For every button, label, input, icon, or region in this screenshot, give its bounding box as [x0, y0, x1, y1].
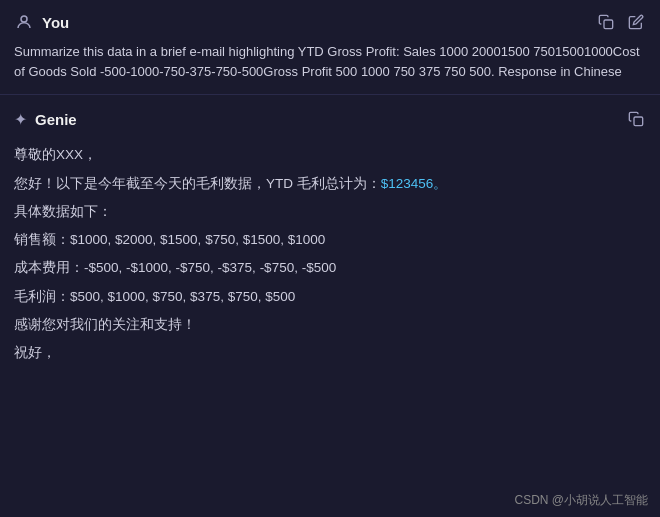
genie-title: Genie: [35, 111, 77, 128]
you-actions: [596, 12, 646, 32]
genie-cogs-line: 成本费用：-$500, -$1000, -$750, -$375, -$750,…: [14, 256, 646, 280]
genie-details-label: 具体数据如下：: [14, 200, 646, 224]
genie-greeting: 尊敬的XXX，: [14, 143, 646, 167]
genie-sales-line: 销售额：$1000, $2000, $1500, $750, $1500, $1…: [14, 228, 646, 252]
genie-header: ✦ Genie: [14, 109, 646, 129]
genie-intro-line: 您好！以下是今年截至今天的毛利数据，YTD 毛利总计为：$123456。: [14, 172, 646, 196]
genie-content: 尊敬的XXX， 您好！以下是今年截至今天的毛利数据，YTD 毛利总计为：$123…: [14, 143, 646, 365]
you-section: You Summarize this data in a brief e-m: [0, 0, 660, 95]
genie-title-left: ✦ Genie: [14, 110, 77, 129]
you-header-left: You: [14, 12, 69, 32]
genie-closing: 祝好，: [14, 341, 646, 365]
you-edit-button[interactable]: [626, 12, 646, 32]
genie-ytd-amount: $123456。: [381, 176, 448, 191]
watermark: CSDN @小胡说人工智能: [514, 492, 648, 509]
genie-sales-label: 销售额：: [14, 232, 70, 247]
genie-cogs-values: -$500, -$1000, -$750, -$375, -$750, -$50…: [84, 260, 336, 275]
user-icon: [14, 12, 34, 32]
you-copy-button[interactable]: [596, 12, 616, 32]
svg-rect-1: [604, 20, 613, 29]
genie-gp-values: $500, $1000, $750, $375, $750, $500: [70, 289, 295, 304]
you-header: You: [14, 12, 646, 32]
genie-section: ✦ Genie 尊敬的XXX， 您好！以下是今年截至今天的毛利数据，YTD 毛利…: [0, 95, 660, 517]
you-title: You: [42, 14, 69, 31]
svg-rect-2: [634, 117, 643, 126]
svg-point-0: [21, 16, 27, 22]
genie-intro-text: 您好！以下是今年截至今天的毛利数据，YTD 毛利总计为：: [14, 176, 381, 191]
genie-cogs-label: 成本费用：: [14, 260, 84, 275]
genie-gp-line: 毛利润：$500, $1000, $750, $375, $750, $500: [14, 285, 646, 309]
genie-gp-label: 毛利润：: [14, 289, 70, 304]
genie-copy-button[interactable]: [626, 109, 646, 129]
you-message: Summarize this data in a brief e-mail hi…: [14, 42, 646, 82]
genie-sales-values: $1000, $2000, $1500, $750, $1500, $1000: [70, 232, 325, 247]
genie-thanks: 感谢您对我们的关注和支持！: [14, 313, 646, 337]
genie-icon: ✦: [14, 110, 27, 129]
